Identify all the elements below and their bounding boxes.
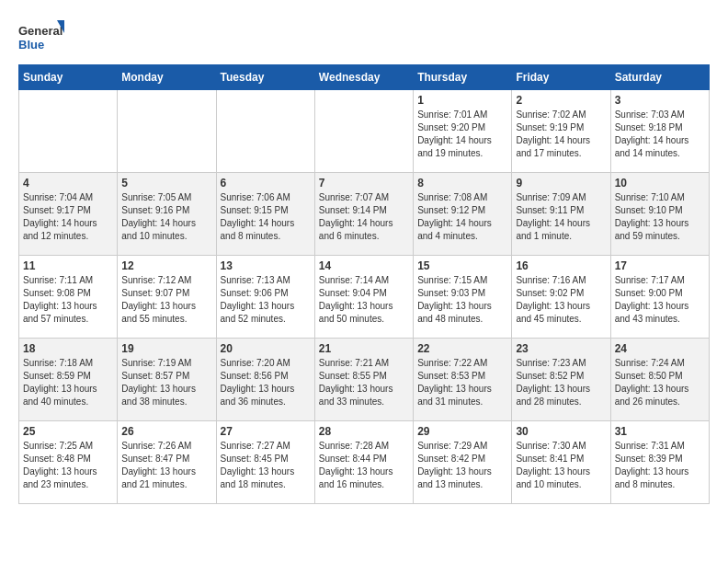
day-number: 5 [121, 177, 211, 190]
week-row-5: 25Sunrise: 7:25 AM Sunset: 8:48 PM Dayli… [19, 421, 710, 504]
day-number: 18 [23, 342, 113, 355]
day-info: Sunrise: 7:09 AM Sunset: 9:11 PM Dayligh… [516, 191, 606, 243]
day-number: 6 [221, 177, 311, 190]
calendar-cell: 9Sunrise: 7:09 AM Sunset: 9:11 PM Daylig… [512, 173, 610, 256]
header: General Blue [18, 18, 710, 55]
calendar-cell [216, 90, 314, 173]
calendar-cell: 11Sunrise: 7:11 AM Sunset: 9:08 PM Dayli… [19, 256, 118, 339]
header-day-thursday: Thursday [414, 65, 512, 90]
header-day-saturday: Saturday [610, 65, 709, 90]
day-info: Sunrise: 7:02 AM Sunset: 9:19 PM Dayligh… [516, 109, 606, 160]
calendar-cell: 1Sunrise: 7:01 AM Sunset: 9:20 PM Daylig… [414, 90, 512, 173]
day-number: 4 [23, 177, 113, 190]
day-number: 24 [615, 342, 705, 355]
day-info: Sunrise: 7:04 AM Sunset: 9:17 PM Dayligh… [23, 191, 113, 243]
calendar-cell: 20Sunrise: 7:20 AM Sunset: 8:56 PM Dayli… [216, 339, 314, 421]
day-info: Sunrise: 7:17 AM Sunset: 9:00 PM Dayligh… [615, 274, 705, 326]
calendar-cell: 2Sunrise: 7:02 AM Sunset: 9:19 PM Daylig… [512, 90, 610, 173]
day-number: 13 [221, 259, 311, 272]
calendar-cell: 26Sunrise: 7:26 AM Sunset: 8:47 PM Dayli… [118, 421, 216, 504]
calendar-cell: 24Sunrise: 7:24 AM Sunset: 8:50 PM Dayli… [610, 339, 709, 421]
calendar-cell: 22Sunrise: 7:22 AM Sunset: 8:53 PM Dayli… [414, 339, 512, 421]
day-number: 25 [23, 425, 113, 438]
calendar-cell: 8Sunrise: 7:08 AM Sunset: 9:12 PM Daylig… [414, 173, 512, 256]
day-info: Sunrise: 7:08 AM Sunset: 9:12 PM Dayligh… [417, 191, 507, 243]
day-info: Sunrise: 7:31 AM Sunset: 8:39 PM Dayligh… [615, 440, 705, 491]
calendar-cell: 16Sunrise: 7:16 AM Sunset: 9:02 PM Dayli… [512, 256, 610, 339]
day-info: Sunrise: 7:12 AM Sunset: 9:07 PM Dayligh… [121, 274, 211, 326]
day-info: Sunrise: 7:27 AM Sunset: 8:45 PM Dayligh… [221, 440, 311, 491]
calendar-cell: 21Sunrise: 7:21 AM Sunset: 8:55 PM Dayli… [314, 339, 413, 421]
day-number: 1 [417, 94, 507, 107]
calendar-cell: 31Sunrise: 7:31 AM Sunset: 8:39 PM Dayli… [610, 421, 709, 504]
day-number: 23 [516, 342, 606, 355]
day-info: Sunrise: 7:10 AM Sunset: 9:10 PM Dayligh… [615, 191, 705, 243]
day-number: 14 [319, 259, 409, 272]
calendar-body: 1Sunrise: 7:01 AM Sunset: 9:20 PM Daylig… [19, 90, 710, 504]
day-number: 20 [221, 342, 311, 355]
header-day-friday: Friday [512, 65, 610, 90]
day-info: Sunrise: 7:11 AM Sunset: 9:08 PM Dayligh… [23, 274, 113, 326]
calendar-cell: 12Sunrise: 7:12 AM Sunset: 9:07 PM Dayli… [118, 256, 216, 339]
day-number: 27 [221, 425, 311, 438]
day-info: Sunrise: 7:30 AM Sunset: 8:41 PM Dayligh… [516, 440, 606, 491]
day-info: Sunrise: 7:18 AM Sunset: 8:59 PM Dayligh… [23, 357, 113, 408]
day-info: Sunrise: 7:13 AM Sunset: 9:06 PM Dayligh… [221, 274, 311, 326]
day-info: Sunrise: 7:29 AM Sunset: 8:42 PM Dayligh… [417, 440, 507, 491]
day-info: Sunrise: 7:19 AM Sunset: 8:57 PM Dayligh… [121, 357, 211, 408]
calendar-cell: 15Sunrise: 7:15 AM Sunset: 9:03 PM Dayli… [414, 256, 512, 339]
header-day-monday: Monday [118, 65, 216, 90]
logo-svg: General Blue [18, 18, 64, 55]
day-number: 28 [319, 425, 409, 438]
day-number: 9 [516, 177, 606, 190]
day-info: Sunrise: 7:28 AM Sunset: 8:44 PM Dayligh… [319, 440, 409, 491]
svg-text:Blue: Blue [18, 38, 44, 52]
logo: General Blue [18, 18, 64, 55]
day-number: 15 [417, 259, 507, 272]
day-info: Sunrise: 7:15 AM Sunset: 9:03 PM Dayligh… [417, 274, 507, 326]
day-number: 2 [516, 94, 606, 107]
calendar-cell: 4Sunrise: 7:04 AM Sunset: 9:17 PM Daylig… [19, 173, 118, 256]
calendar-cell: 5Sunrise: 7:05 AM Sunset: 9:16 PM Daylig… [118, 173, 216, 256]
header-day-tuesday: Tuesday [216, 65, 314, 90]
calendar-cell: 14Sunrise: 7:14 AM Sunset: 9:04 PM Dayli… [314, 256, 413, 339]
day-number: 19 [121, 342, 211, 355]
calendar-table: SundayMondayTuesdayWednesdayThursdayFrid… [18, 64, 710, 504]
day-info: Sunrise: 7:20 AM Sunset: 8:56 PM Dayligh… [221, 357, 311, 408]
week-row-2: 4Sunrise: 7:04 AM Sunset: 9:17 PM Daylig… [19, 173, 710, 256]
calendar-cell: 3Sunrise: 7:03 AM Sunset: 9:18 PM Daylig… [610, 90, 709, 173]
calendar-cell: 17Sunrise: 7:17 AM Sunset: 9:00 PM Dayli… [610, 256, 709, 339]
day-info: Sunrise: 7:14 AM Sunset: 9:04 PM Dayligh… [319, 274, 409, 326]
day-number: 17 [615, 259, 705, 272]
day-info: Sunrise: 7:23 AM Sunset: 8:52 PM Dayligh… [516, 357, 606, 408]
day-info: Sunrise: 7:26 AM Sunset: 8:47 PM Dayligh… [121, 440, 211, 491]
calendar-cell: 25Sunrise: 7:25 AM Sunset: 8:48 PM Dayli… [19, 421, 118, 504]
day-info: Sunrise: 7:16 AM Sunset: 9:02 PM Dayligh… [516, 274, 606, 326]
header-day-sunday: Sunday [19, 65, 118, 90]
calendar-cell: 6Sunrise: 7:06 AM Sunset: 9:15 PM Daylig… [216, 173, 314, 256]
day-info: Sunrise: 7:21 AM Sunset: 8:55 PM Dayligh… [319, 357, 409, 408]
day-number: 31 [615, 425, 705, 438]
calendar-cell [19, 90, 118, 173]
calendar-cell: 7Sunrise: 7:07 AM Sunset: 9:14 PM Daylig… [314, 173, 413, 256]
day-info: Sunrise: 7:01 AM Sunset: 9:20 PM Dayligh… [417, 109, 507, 160]
calendar-cell: 28Sunrise: 7:28 AM Sunset: 8:44 PM Dayli… [314, 421, 413, 504]
day-info: Sunrise: 7:05 AM Sunset: 9:16 PM Dayligh… [121, 191, 211, 243]
week-row-4: 18Sunrise: 7:18 AM Sunset: 8:59 PM Dayli… [19, 339, 710, 421]
day-number: 26 [121, 425, 211, 438]
day-info: Sunrise: 7:03 AM Sunset: 9:18 PM Dayligh… [615, 109, 705, 160]
calendar-cell: 18Sunrise: 7:18 AM Sunset: 8:59 PM Dayli… [19, 339, 118, 421]
calendar-cell: 10Sunrise: 7:10 AM Sunset: 9:10 PM Dayli… [610, 173, 709, 256]
day-info: Sunrise: 7:25 AM Sunset: 8:48 PM Dayligh… [23, 440, 113, 491]
day-number: 3 [615, 94, 705, 107]
calendar-cell [118, 90, 216, 173]
day-info: Sunrise: 7:06 AM Sunset: 9:15 PM Dayligh… [221, 191, 311, 243]
calendar-header-row: SundayMondayTuesdayWednesdayThursdayFrid… [19, 65, 710, 90]
day-number: 30 [516, 425, 606, 438]
calendar-cell: 29Sunrise: 7:29 AM Sunset: 8:42 PM Dayli… [414, 421, 512, 504]
day-info: Sunrise: 7:24 AM Sunset: 8:50 PM Dayligh… [615, 357, 705, 408]
calendar-cell: 13Sunrise: 7:13 AM Sunset: 9:06 PM Dayli… [216, 256, 314, 339]
day-number: 7 [319, 177, 409, 190]
calendar-cell: 19Sunrise: 7:19 AM Sunset: 8:57 PM Dayli… [118, 339, 216, 421]
day-number: 16 [516, 259, 606, 272]
